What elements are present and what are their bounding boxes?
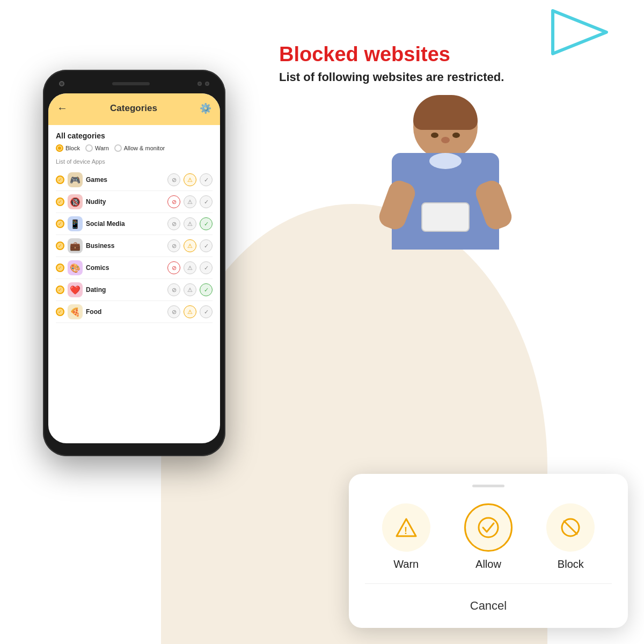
block-icon bbox=[560, 517, 581, 538]
modal-divider bbox=[365, 583, 612, 584]
cat-name-food: Food bbox=[86, 308, 164, 316]
warn-label: Warn bbox=[393, 558, 419, 570]
warn-btn-food[interactable]: ⚠ bbox=[184, 305, 196, 318]
phone-dot-1 bbox=[197, 82, 202, 86]
cat-checkbox-nudity[interactable]: ✓ bbox=[56, 197, 64, 206]
cat-actions-social-media: ⊘ ⚠ ✓ bbox=[167, 217, 213, 230]
cat-actions-business: ⊘ ⚠ ✓ bbox=[167, 239, 213, 252]
phone-top-bar bbox=[48, 77, 220, 90]
block-btn-social[interactable]: ⊘ bbox=[167, 217, 180, 230]
modal-options: ! Warn Allow Block bbox=[365, 503, 612, 570]
warn-btn-comics[interactable]: ⚠ bbox=[184, 261, 196, 274]
category-item-business[interactable]: ✓ 💼 Business ⊘ ⚠ ✓ bbox=[56, 235, 213, 257]
cat-checkbox-games[interactable]: ✓ bbox=[56, 175, 64, 184]
block-btn-dating[interactable]: ⊘ bbox=[167, 283, 180, 296]
block-btn-comics[interactable]: ⊘ bbox=[167, 261, 180, 274]
phone-dot-2 bbox=[205, 82, 209, 86]
cat-actions-comics: ⊘ ⚠ ✓ bbox=[167, 261, 213, 274]
app-title: Categories bbox=[110, 103, 157, 114]
allow-btn-games[interactable]: ✓ bbox=[200, 173, 213, 186]
category-item-dating[interactable]: ✓ ❤️ Dating ⊘ ⚠ ✓ bbox=[56, 279, 213, 301]
block-btn-business[interactable]: ⊘ bbox=[167, 239, 180, 252]
cat-checkbox-food[interactable]: ✓ bbox=[56, 308, 64, 316]
block-btn-nudity[interactable]: ⊘ bbox=[167, 195, 180, 208]
warn-circle[interactable]: ! bbox=[382, 503, 430, 552]
cat-icon-nudity: 🔞 bbox=[68, 194, 83, 209]
warn-btn-social[interactable]: ⚠ bbox=[184, 217, 196, 230]
cat-checkbox-dating[interactable]: ✓ bbox=[56, 286, 64, 294]
svg-point-3 bbox=[479, 518, 498, 537]
radio-block-label: Block bbox=[65, 145, 80, 151]
allow-label: Allow bbox=[475, 558, 501, 570]
allow-btn-social[interactable]: ✓ bbox=[200, 217, 213, 230]
phone-camera bbox=[59, 81, 64, 86]
list-label: List of device Apps bbox=[56, 158, 213, 165]
blocked-websites-subtitle: List of following websites are restricte… bbox=[279, 70, 612, 84]
cat-icon-social-media: 📱 bbox=[68, 216, 83, 231]
modal-option-allow[interactable]: Allow bbox=[464, 503, 513, 570]
app-content: All categories Block Warn Allow & monito… bbox=[48, 125, 220, 330]
radio-warn[interactable]: Warn bbox=[85, 144, 109, 152]
back-button[interactable]: ← bbox=[57, 102, 68, 114]
block-btn-food[interactable]: ⊘ bbox=[167, 305, 180, 318]
filter-icon[interactable]: ⚙️ bbox=[200, 103, 211, 114]
allow-btn-food[interactable]: ✓ bbox=[200, 305, 213, 318]
radio-allow-monitor-circle[interactable] bbox=[114, 144, 122, 152]
radio-group: Block Warn Allow & monitor bbox=[56, 144, 213, 152]
blocked-websites-title: Blocked websites bbox=[279, 43, 612, 66]
allow-icon bbox=[477, 516, 500, 539]
category-list: ✓ 🎮 Games ⊘ ⚠ ✓ ✓ 🔞 Nudity bbox=[56, 169, 213, 323]
cat-name-dating: Dating bbox=[86, 286, 164, 294]
radio-block-circle[interactable] bbox=[56, 144, 63, 152]
phone-cameras-right bbox=[197, 82, 209, 86]
category-item-social-media[interactable]: ✓ 📱 Social Media ⊘ ⚠ ✓ bbox=[56, 213, 213, 235]
cat-checkbox-comics[interactable]: ✓ bbox=[56, 264, 64, 272]
cat-icon-food: 🍕 bbox=[68, 304, 83, 319]
cat-icon-comics: 🎨 bbox=[68, 260, 83, 275]
allow-btn-comics[interactable]: ✓ bbox=[200, 261, 213, 274]
warn-icon: ! bbox=[396, 517, 417, 538]
allow-circle[interactable] bbox=[464, 503, 513, 552]
cat-checkbox-social-media[interactable]: ✓ bbox=[56, 219, 64, 228]
cat-icon-games: 🎮 bbox=[68, 172, 83, 187]
warn-btn-games[interactable]: ⚠ bbox=[184, 173, 196, 186]
category-item-food[interactable]: ✓ 🍕 Food ⊘ ⚠ ✓ bbox=[56, 301, 213, 323]
radio-allow-monitor-label: Allow & monitor bbox=[124, 145, 165, 151]
allow-btn-business[interactable]: ✓ bbox=[200, 239, 213, 252]
cat-checkbox-business[interactable]: ✓ bbox=[56, 241, 64, 250]
block-circle[interactable] bbox=[546, 503, 595, 552]
modal-option-warn[interactable]: ! Warn bbox=[382, 503, 430, 570]
svg-text:!: ! bbox=[404, 525, 407, 536]
cat-name-business: Business bbox=[86, 242, 164, 250]
cat-actions-nudity: ⊘ ⚠ ✓ bbox=[167, 195, 213, 208]
radio-warn-label: Warn bbox=[95, 145, 109, 151]
phone: ← Categories ⚙️ All categories Block War… bbox=[43, 70, 225, 456]
right-section: Blocked websites List of following websi… bbox=[279, 43, 612, 256]
radio-warn-circle[interactable] bbox=[85, 144, 93, 152]
allow-btn-dating[interactable]: ✓ bbox=[200, 283, 213, 296]
cat-name-games: Games bbox=[86, 176, 164, 184]
svg-line-5 bbox=[564, 521, 577, 534]
phone-speaker bbox=[112, 82, 150, 85]
cat-actions-food: ⊘ ⚠ ✓ bbox=[167, 305, 213, 318]
cat-name-comics: Comics bbox=[86, 264, 164, 272]
app-header: ← Categories ⚙️ bbox=[48, 93, 220, 125]
cancel-button[interactable]: Cancel bbox=[365, 589, 612, 623]
block-btn-games[interactable]: ⊘ bbox=[167, 173, 180, 186]
warn-btn-dating[interactable]: ⚠ bbox=[184, 283, 196, 296]
modal-handle bbox=[472, 485, 504, 487]
category-item-comics[interactable]: ✓ 🎨 Comics ⊘ ⚠ ✓ bbox=[56, 257, 213, 279]
cat-icon-dating: ❤️ bbox=[68, 282, 83, 297]
category-item-games[interactable]: ✓ 🎮 Games ⊘ ⚠ ✓ bbox=[56, 169, 213, 191]
category-item-nudity[interactable]: ✓ 🔞 Nudity ⊘ ⚠ ✓ bbox=[56, 191, 213, 213]
warn-btn-business[interactable]: ⚠ bbox=[184, 239, 196, 252]
radio-block[interactable]: Block bbox=[56, 144, 80, 152]
cat-actions-games: ⊘ ⚠ ✓ bbox=[167, 173, 213, 186]
allow-btn-nudity[interactable]: ✓ bbox=[200, 195, 213, 208]
warn-btn-nudity[interactable]: ⚠ bbox=[184, 195, 196, 208]
phone-screen: ← Categories ⚙️ All categories Block War… bbox=[48, 93, 220, 443]
phone-container: ← Categories ⚙️ All categories Block War… bbox=[43, 70, 225, 456]
modal-option-block[interactable]: Block bbox=[546, 503, 595, 570]
radio-allow-monitor[interactable]: Allow & monitor bbox=[114, 144, 165, 152]
block-label: Block bbox=[558, 558, 584, 570]
